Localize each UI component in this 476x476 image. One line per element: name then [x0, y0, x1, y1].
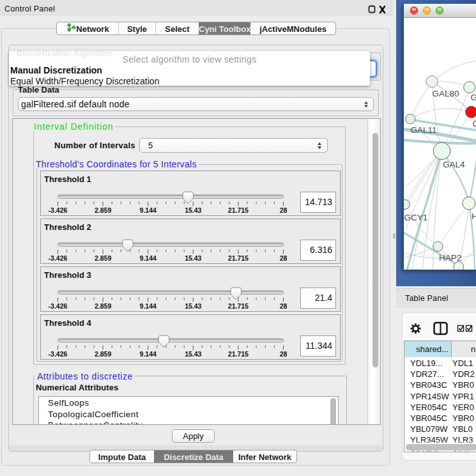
- svg-text:28: 28: [280, 254, 288, 262]
- svg-text:-3.426: -3.426: [49, 254, 68, 262]
- svg-text:21.715: 21.715: [228, 254, 249, 262]
- svg-text:9.144: 9.144: [140, 206, 157, 214]
- svg-text:2.859: 2.859: [95, 254, 111, 262]
- svg-text:GAL2: GAL2: [471, 93, 476, 102]
- svg-text:15.43: 15.43: [185, 254, 201, 262]
- svg-text:15.43: 15.43: [185, 206, 201, 214]
- svg-text:21.715: 21.715: [228, 206, 249, 214]
- svg-text:HIS4: HIS4: [472, 211, 476, 221]
- svg-text:CYC8: CYC8: [473, 119, 476, 128]
- svg-text:GAL4: GAL4: [443, 160, 465, 169]
- svg-text:28: 28: [280, 350, 288, 358]
- svg-text:9.144: 9.144: [140, 254, 157, 262]
- svg-text:9.144: 9.144: [140, 350, 157, 358]
- svg-text:2.859: 2.859: [95, 206, 111, 214]
- svg-text:HAP2: HAP2: [439, 253, 461, 263]
- svg-text:-3.426: -3.426: [49, 350, 68, 358]
- svg-text:15.43: 15.43: [185, 350, 201, 358]
- svg-text:21.715: 21.715: [228, 350, 249, 358]
- svg-text:15.43: 15.43: [185, 302, 201, 310]
- svg-text:28: 28: [280, 206, 288, 214]
- svg-text:GAL11: GAL11: [410, 125, 436, 135]
- svg-text:-3.426: -3.426: [49, 206, 68, 214]
- svg-text:9.144: 9.144: [140, 302, 157, 310]
- svg-text:28: 28: [280, 302, 288, 310]
- svg-text:2.859: 2.859: [95, 350, 111, 358]
- svg-text:21.715: 21.715: [228, 302, 249, 310]
- svg-text:2.859: 2.859: [95, 302, 111, 310]
- svg-text:GCY1: GCY1: [404, 213, 428, 222]
- svg-text:GAL80: GAL80: [433, 89, 459, 98]
- svg-text:-3.426: -3.426: [49, 302, 68, 310]
